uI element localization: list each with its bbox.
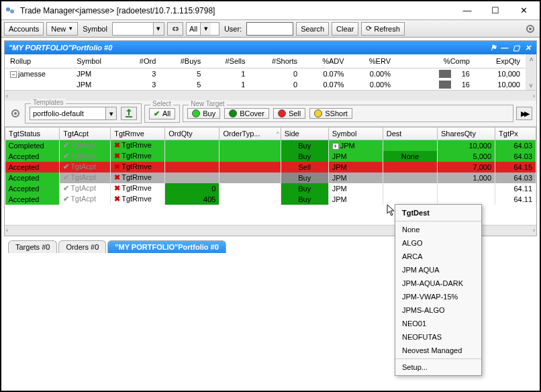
yellow-dot-icon [314,109,322,117]
app-icon [4,5,16,17]
col-adv[interactable]: %ADV [303,54,350,68]
col-buys[interactable]: #Buys [161,54,206,68]
panel-close-icon[interactable]: ✕ [523,43,532,52]
col-tgtrmve[interactable]: TgtRmve [111,128,165,140]
select-all-button[interactable]: ✔ All [149,108,175,119]
col-ordertype[interactable]: OrderTyp...^ [219,128,281,140]
menu-item[interactable]: JPM AQUA [395,263,481,277]
panel-min-icon[interactable]: — [500,43,509,52]
col-rollup[interactable]: Rollup [5,54,71,68]
chevron-down-icon[interactable]: ▾ [153,23,164,35]
table-row[interactable]: Completed✔TgtAcpt✖TgtRmveBuy+JPM10,00064… [5,140,536,151]
col-dest[interactable]: Dest [383,128,437,140]
user-input[interactable] [246,22,293,36]
col-shorts[interactable]: #Shorts [250,54,303,68]
bcover-button[interactable]: BCover [224,108,269,119]
col-comp[interactable]: %Comp [396,54,475,68]
darkgreen-dot-icon [229,109,237,117]
menu-item[interactable]: ALGO [395,236,481,250]
col-sharesqty[interactable]: SharesQty [437,128,495,140]
menu-item[interactable]: JPMS-ALGO [395,303,481,317]
col-ordqty[interactable]: OrdQty [165,128,219,140]
settings-gear-icon[interactable] [524,22,537,36]
table-row[interactable]: Accepted✔TgtAcpt✖TgtRmveSellJPM7,00064.1… [5,162,536,173]
summary-row[interactable]: JPM 3 5 1 0 0.07% 0.00% 16 10,000 [5,79,526,90]
table-row[interactable]: Accepted✔TgtAcpt✖TgtRmveBuyJPM1,00064.03 [5,173,536,183]
chevron-down-icon[interactable]: ▾ [105,107,116,119]
link-icon[interactable] [167,22,183,36]
table-row[interactable]: Accepted✔TgtAcpt✖TgtRmveBuyJPMNone5,0006… [5,151,536,162]
col-symbol[interactable]: Symbol [71,54,122,68]
col-tgtstatus[interactable]: TgtStatus [5,128,60,140]
window-title: Trade Manager<jamesse> [radoetest/10.7.1… [20,6,454,15]
scroll-right-icon[interactable]: › [533,227,535,234]
col-symbol[interactable]: Symbol [328,128,383,140]
all-combo[interactable]: All ▾ [186,22,219,36]
panel-titlebar: "MY PORTFOLIO"Portfolio #0 ⚑ — ▢ ✕ [5,41,536,54]
refresh-icon: ⟳ [366,24,372,33]
buy-button[interactable]: Buy [187,108,220,119]
tab-orders[interactable]: Orders #0 [58,240,106,253]
symbol-combo[interactable]: ▾ [112,22,164,36]
sshort-button[interactable]: SShort [309,108,352,119]
template-combo[interactable]: portfolio-default ▾ [30,107,117,120]
fastforward-icon[interactable]: ▶▶ [516,107,532,120]
menu-item[interactable]: Neovest Managed [395,344,481,357]
gear-icon[interactable] [9,107,22,120]
maximize-button[interactable]: ☐ [482,3,509,19]
col-tgtpx[interactable]: TgtPx [495,128,536,140]
svg-point-1 [10,9,14,13]
accounts-button[interactable]: Accounts [4,22,44,36]
scroll-left-icon[interactable]: ‹ [6,93,8,99]
scroll-left-icon[interactable]: ‹ [6,227,8,234]
minimize-button[interactable]: — [454,3,481,19]
menu-item-setup[interactable]: Setup... [395,360,481,374]
col-expqty[interactable]: ExpQty [475,54,526,68]
menu-title: TgtDest [395,206,481,219]
svg-point-5 [14,112,17,115]
tab-portfolio[interactable]: "MY PORTFOLIO"Portfolio #0 [107,240,226,253]
svg-rect-6 [126,116,132,117]
col-erv[interactable]: %ERV [350,54,396,68]
select-group: Select ✔ All [144,105,180,123]
menu-item[interactable]: JPM-AQUA-DARK [395,277,481,290]
checkmark-icon: ✔ [154,109,160,118]
save-template-icon[interactable] [121,107,137,120]
menu-item[interactable]: ARCA [395,250,481,263]
h-scrollbar[interactable]: ‹ › [5,90,536,101]
col-tgtacpt[interactable]: TgtAcpt [60,128,111,140]
table-row[interactable]: Accepted✔TgtAcpt✖TgtRmve405BuyJPM64.11 [5,194,536,205]
main-toolbar: Accounts New ▼ Symbol ▾ All ▾ User: Sear… [1,20,540,38]
green-dot-icon [192,109,200,117]
chevron-down-icon[interactable]: ▾ [200,23,211,35]
sell-button[interactable]: Sell [273,108,305,119]
scroll-up-icon[interactable]: ʌ [530,56,533,62]
summary-row[interactable]: −jamesse JPM 3 5 1 0 0.07% 0.00% 16 10,0… [5,68,526,80]
clear-button[interactable]: Clear [332,22,358,36]
symbol-label: Symbol [81,25,109,33]
menu-item[interactable]: NEOFUTAS [395,330,481,344]
new-button[interactable]: New ▼ [46,22,78,36]
symbol-input[interactable] [113,23,153,35]
scroll-down-icon[interactable]: v [530,82,533,89]
refresh-button[interactable]: ⟳ Refresh [361,22,405,36]
summary-table: Rollup Symbol #Ord #Buys #Sells #Shorts … [5,54,526,90]
menu-item[interactable]: NEO01 [395,317,481,330]
menu-item[interactable]: JPM-VWAP-15% [395,290,481,303]
select-legend: Select [150,100,173,107]
panel-max-icon[interactable]: ▢ [511,43,521,52]
col-side[interactable]: Side [281,128,328,140]
v-scrollbar[interactable]: ʌ v [526,54,536,90]
close-button[interactable]: ✕ [510,3,537,19]
collapse-icon[interactable]: − [10,71,17,78]
newtarget-group: New Target Buy BCover Sell SShort [183,105,513,122]
col-sells[interactable]: #Sells [206,54,250,68]
scroll-right-icon[interactable]: › [533,93,535,99]
col-ord[interactable]: #Ord [122,54,161,68]
table-row[interactable]: Accepted✔TgtAcpt✖TgtRmve0BuyJPM64.11 [5,183,536,194]
tgtdest-context-menu[interactable]: TgtDest NoneALGOARCAJPM AQUAJPM-AQUA-DAR… [395,204,482,376]
flag-icon[interactable]: ⚑ [489,43,498,52]
menu-item[interactable]: None [395,223,481,236]
tab-targets[interactable]: Targets #0 [8,240,57,253]
search-button[interactable]: Search [296,22,329,36]
